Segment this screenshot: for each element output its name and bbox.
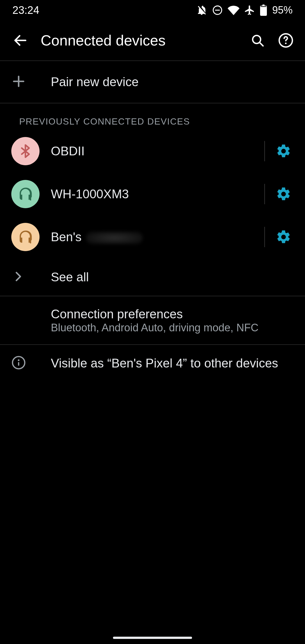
bluetooth-icon [11, 137, 40, 165]
divider-vertical [264, 184, 265, 204]
section-header-previously-connected: PREVIOUSLY CONNECTED DEVICES [0, 103, 305, 130]
battery-icon [260, 5, 267, 16]
pair-new-device-row[interactable]: Pair new device [0, 61, 305, 103]
device-row-bens[interactable]: Ben's [0, 216, 305, 258]
svg-rect-11 [18, 362, 19, 366]
svg-rect-2 [260, 6, 267, 16]
app-bar: Connected devices [0, 20, 305, 61]
pair-new-device-label: Pair new device [51, 75, 294, 89]
search-button[interactable] [247, 30, 268, 51]
notifications-off-icon [196, 5, 207, 16]
connection-preferences-title: Connection preferences [51, 307, 294, 321]
page-title: Connected devices [41, 32, 247, 49]
device-name-visible: Ben's [51, 230, 82, 244]
do-not-disturb-icon [212, 5, 223, 16]
visibility-info-text: Visible as “Ben's Pixel 4” to other devi… [51, 356, 294, 370]
svg-line-6 [260, 43, 263, 46]
see-all-row[interactable]: See all [0, 258, 305, 296]
plus-icon [11, 74, 26, 90]
svg-point-10 [18, 359, 19, 361]
device-name: WH-1000XM3 [51, 187, 264, 201]
visibility-info-row: Visible as “Ben's Pixel 4” to other devi… [0, 345, 305, 382]
device-name: Ben's [51, 230, 264, 244]
status-time: 23:24 [12, 4, 39, 16]
headset-icon [11, 223, 40, 251]
device-name: OBDII [51, 144, 264, 158]
airplane-mode-icon [244, 5, 255, 16]
device-name-redacted [86, 232, 143, 244]
chevron-right-icon [11, 270, 25, 284]
wifi-icon [228, 4, 239, 16]
help-button[interactable] [276, 30, 296, 51]
device-settings-button[interactable] [273, 141, 294, 161]
svg-rect-4 [261, 6, 266, 7]
status-bar: 23:24 95% [0, 0, 305, 20]
device-row-obdii[interactable]: OBDII [0, 130, 305, 173]
device-settings-button[interactable] [273, 184, 294, 204]
info-icon [11, 355, 26, 371]
see-all-label: See all [51, 270, 294, 284]
divider-vertical [264, 141, 265, 161]
svg-point-8 [285, 43, 287, 44]
battery-percentage: 95% [272, 4, 293, 16]
back-button[interactable] [7, 27, 34, 54]
navigation-handle[interactable] [113, 637, 192, 639]
svg-rect-3 [262, 5, 265, 6]
device-settings-button[interactable] [273, 227, 294, 247]
device-row-wh1000xm3[interactable]: WH-1000XM3 [0, 173, 305, 216]
connection-preferences-row[interactable]: Connection preferences Bluetooth, Androi… [0, 296, 305, 344]
headset-icon [11, 180, 40, 208]
divider-vertical [264, 227, 265, 247]
connection-preferences-subtitle: Bluetooth, Android Auto, driving mode, N… [51, 322, 294, 334]
